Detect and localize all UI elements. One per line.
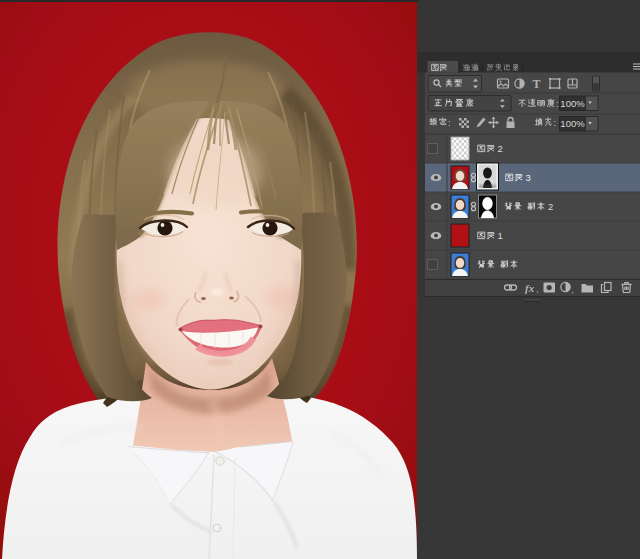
svg-text:100%: 100% <box>560 98 585 109</box>
svg-text:T: T <box>532 77 540 91</box>
svg-text:100%: 100% <box>560 118 585 129</box>
svg-text:3: 3 <box>526 172 531 183</box>
svg-text::: : <box>556 99 559 109</box>
svg-text:2: 2 <box>548 201 553 212</box>
svg-text::: : <box>554 118 557 128</box>
svg-text:2: 2 <box>498 143 503 154</box>
svg-text:1: 1 <box>498 230 503 241</box>
svg-text::: : <box>448 118 451 128</box>
svg-text:fx: fx <box>525 282 535 294</box>
